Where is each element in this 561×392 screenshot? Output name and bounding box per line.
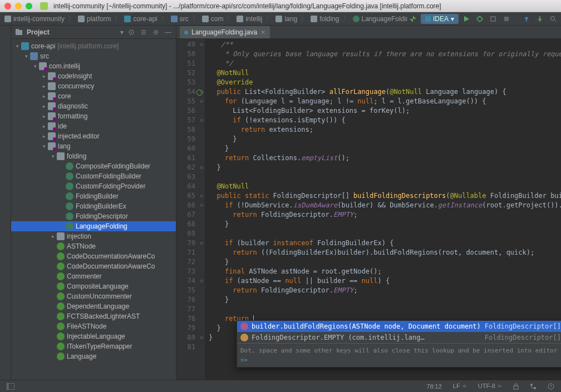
line-number[interactable]: 80 [176,333,195,343]
line-number[interactable]: 69 [176,229,195,239]
code-line[interactable]: final ASTNode astNode = root.getNode(); [209,267,561,276]
line-number[interactable]: 73 [176,267,195,276]
fold-marker[interactable]: ⊟ [199,97,205,106]
fold-marker[interactable]: ⊟ [199,333,205,343]
completion-popup[interactable]: builder.buildFoldRegions(ASTNode node, D… [237,320,561,368]
code-line[interactable] [209,305,561,314]
code-line[interactable]: public static FoldingDescriptor[] buildF… [209,191,561,201]
line-number[interactable]: 74 [176,276,195,286]
fold-marker[interactable]: ⊟ [199,276,205,286]
tree-node[interactable]: Language [11,351,176,361]
project-tree[interactable]: ▾core-api[intellij.platform.core]▾src▾co… [11,39,176,380]
line-number[interactable]: 66 [176,201,195,210]
tree-node[interactable]: ▸core [11,91,176,101]
file-encoding[interactable]: UTF-8 ≑ [476,383,504,390]
line-number[interactable]: 75 [176,286,195,295]
close-tab-icon[interactable]: ✕ [260,29,265,36]
search-button[interactable] [548,14,559,24]
crumb-intellij-community[interactable]: intellij-community [2,14,67,24]
fold-marker[interactable]: ⊟ [199,191,205,201]
code-line[interactable]: return FoldingDescriptor.EMPTY; [209,286,561,295]
tree-node[interactable]: ▸concurrency [11,81,176,91]
code-line[interactable]: @Override [209,78,561,87]
tree-node[interactable]: ▸codeInsight [11,71,176,81]
expand-toggle-icon[interactable]: ▾ [32,63,38,69]
line-number[interactable]: 81 [176,343,195,352]
line-separator[interactable]: LF ≑ [451,383,469,390]
fold-marker[interactable]: ⊟ [199,40,205,49]
line-number[interactable]: 51 [176,59,195,68]
tree-node[interactable]: CompositeLanguage [11,281,176,291]
line-number[interactable]: 52 [176,68,195,78]
run-config-selector[interactable]: IDEA ▾ [421,14,459,24]
line-number[interactable]: 50 [176,49,195,59]
tree-node[interactable]: Commenter [11,271,176,281]
expand-toggle-icon[interactable]: ▸ [41,93,47,99]
line-number[interactable]: 79 [176,324,195,333]
line-number[interactable]: 53 [176,78,195,87]
tree-node[interactable]: CodeDocumentationAwareCo [11,261,176,271]
status-toolwindows-icon[interactable] [4,383,17,390]
project-label[interactable]: Project [27,28,117,36]
completion-more-link[interactable]: >> [240,356,248,364]
code-line[interactable]: */ [209,59,561,68]
line-number[interactable]: 68 [176,220,195,229]
fold-marker[interactable]: ⊟ [199,116,205,125]
tree-node[interactable]: ▸injection [11,231,176,241]
hide-icon[interactable]: — [164,28,173,37]
tree-node[interactable]: CustomFoldingProvider [11,181,176,191]
tree-node[interactable]: LanguageFolding [11,221,176,231]
line-number[interactable]: 77 [176,305,195,314]
code-line[interactable]: if (!extensions.isEmpty()) { [209,116,561,125]
fold-marker[interactable]: ⊟ [199,163,205,172]
line-number[interactable]: 57 [176,116,195,125]
code-line[interactable]: } [209,144,561,153]
code-line[interactable]: return FoldingDescriptor.EMPTY; [209,210,561,220]
expand-toggle-icon[interactable]: ▸ [41,133,47,139]
code-line[interactable]: for (Language l = language; l != null; l… [209,97,561,106]
line-number[interactable]: 70 [176,239,195,248]
code-line[interactable]: if (builder instanceof FoldingBuilderEx)… [209,239,561,248]
crumb-languagefolding[interactable]: LanguageFolding [351,14,407,24]
crumb-lang[interactable]: lang [273,14,299,24]
code-line[interactable] [209,172,561,182]
line-number[interactable]: 63 [176,172,195,182]
tree-node[interactable]: ▸diagnostic [11,101,176,111]
code-line[interactable]: } [209,295,561,305]
code-line[interactable] [209,229,561,239]
completion-item[interactable]: builder.buildFoldRegions(ASTNode node, D… [237,321,561,332]
fold-marker[interactable]: ⊟ [199,239,205,248]
completion-item[interactable]: FoldingDescriptor.EMPTY (com.intellij.la… [237,332,561,343]
line-number[interactable]: 78 [176,314,195,324]
code-line[interactable]: return extensions; [209,125,561,135]
expand-toggle-icon[interactable]: ▾ [23,53,29,59]
code-line[interactable]: return ((FoldingBuilderEx)builder).build… [209,248,561,257]
code-line[interactable]: if (astNode == null || builder == null) … [209,276,561,286]
crumb-folding[interactable]: folding [308,14,341,24]
tree-node[interactable]: FoldingBuilder [11,191,176,201]
code-line[interactable]: @NotNull [209,182,561,191]
tree-node[interactable]: FoldingBuilderEx [11,201,176,211]
crumb-src[interactable]: src [169,14,191,24]
tree-node[interactable]: ASTNode [11,241,176,251]
code-area[interactable]: 4950515253545556575859606162636465666768… [176,39,561,380]
expand-toggle-icon[interactable]: ▸ [41,83,47,89]
tree-node[interactable]: ▸ide [11,121,176,131]
tree-node[interactable]: ▸formatting [11,111,176,121]
code-line[interactable]: List<FoldingBuilder> extensions = forKey… [209,106,561,116]
line-number[interactable]: 64 [176,182,195,191]
expand-toggle-icon[interactable]: ▾ [41,143,47,149]
line-number[interactable]: 54 [176,87,195,97]
line-number[interactable]: 76 [176,295,195,305]
tree-node[interactable]: DependentLanguage [11,301,176,311]
expand-toggle-icon[interactable]: ▸ [41,123,47,129]
vcs-commit-button[interactable] [534,14,545,24]
code-line[interactable]: /** [209,40,561,49]
line-number[interactable]: 72 [176,257,195,267]
tree-node[interactable]: InjectableLanguage [11,331,176,341]
run-button[interactable] [461,14,472,24]
line-number[interactable]: 61 [176,153,195,163]
collapse-all-icon[interactable] [139,28,148,37]
tree-node[interactable]: ▾folding [11,151,176,161]
expand-toggle-icon[interactable]: ▸ [50,234,56,239]
